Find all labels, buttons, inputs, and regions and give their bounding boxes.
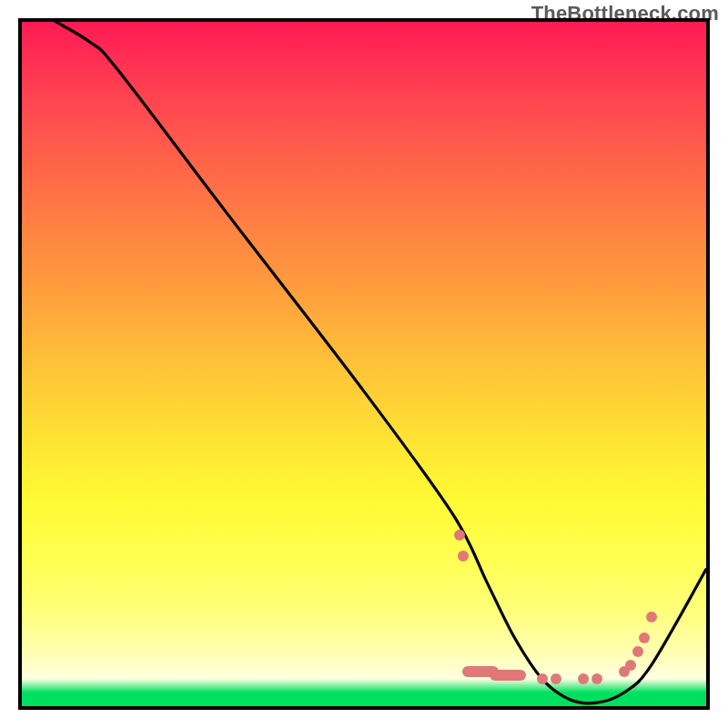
highlight-point [551,673,561,684]
highlight-point [454,530,465,541]
highlight-point [592,673,602,684]
chart-container: TheBottleneck.com [0,0,728,728]
highlight-points-layer [22,22,706,706]
plot-area [18,18,710,710]
highlight-point [537,673,548,684]
highlight-point [458,551,469,561]
highlight-point [625,660,636,671]
highlight-point [639,632,650,643]
highlight-point [632,646,643,657]
highlight-point [490,670,526,681]
highlight-point [578,673,589,684]
highlight-point [646,612,657,622]
